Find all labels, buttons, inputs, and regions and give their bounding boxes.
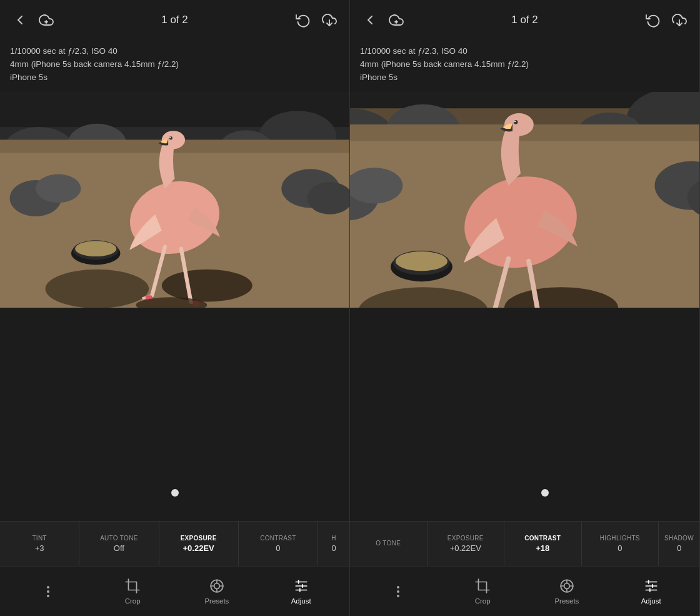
left-metadata: 1/10000 sec at ƒ/2.3, ISO 40 4mm (iPhone… [0, 40, 349, 92]
right-back-button[interactable] [362, 13, 378, 28]
left-adj-h-label: H [331, 535, 336, 542]
right-toolbar: Crop Presets [350, 566, 699, 616]
right-share-button[interactable] [672, 13, 687, 28]
right-counter: 1 of 2 [511, 14, 538, 26]
left-adj-bar: TINT +3 AUTO TONE Off EXPOSURE +0.22EV C… [0, 521, 349, 566]
svg-point-66 [514, 121, 516, 123]
right-header: 1 of 2 [350, 0, 699, 40]
left-meta-line1: 1/10000 sec at ƒ/2.3, ISO 40 [10, 45, 339, 58]
left-adj-exposure-label: EXPOSURE [181, 535, 217, 542]
right-adj-exposure[interactable]: EXPOSURE +0.22EV [428, 522, 505, 566]
right-metadata: 1/10000 sec at ƒ/2.3, ISO 40 4mm (iPhone… [350, 40, 699, 92]
left-adj-contrast-value: 0 [276, 543, 280, 553]
right-crop-label: Crop [475, 597, 491, 605]
svg-point-12 [45, 270, 149, 308]
right-adj-shadow-value: 0 [677, 543, 681, 553]
right-adjust-label: Adjust [641, 597, 661, 605]
left-adj-autotone-label: AUTO TONE [100, 535, 138, 542]
right-adj-shadow-label: SHADOW [664, 535, 694, 542]
left-adj-h[interactable]: H 0 [318, 522, 349, 566]
right-ruler[interactable] [350, 465, 699, 521]
left-toolbar: Crop Presets [0, 566, 349, 616]
left-adj-h-value: 0 [331, 543, 336, 553]
left-counter: 1 of 2 [161, 14, 188, 26]
left-adjust-label: Adjust [291, 597, 311, 605]
right-meta-line3: iPhone 5s [360, 71, 689, 84]
left-crop-button[interactable]: Crop [91, 578, 175, 605]
left-header: 1 of 2 [0, 0, 349, 40]
left-presets-label: Presets [204, 597, 229, 605]
left-adj-contrast[interactable]: CONTRAST 0 [239, 522, 318, 566]
svg-point-19 [169, 136, 172, 139]
svg-point-29 [36, 174, 81, 203]
left-ruler[interactable] [0, 465, 349, 521]
left-adj-autotone[interactable]: AUTO TONE Off [79, 522, 159, 566]
svg-point-16 [75, 241, 116, 256]
left-cloud-add-button[interactable] [39, 13, 54, 28]
left-adj-exposure[interactable]: EXPOSURE +0.22EV [159, 522, 239, 566]
right-photo [350, 92, 699, 308]
left-more-button[interactable] [6, 583, 91, 600]
right-adj-otone-label: O TONE [376, 540, 401, 547]
crop-icon [124, 578, 141, 594]
right-adj-contrast-value: +18 [536, 543, 549, 553]
right-presets-label: Presets [554, 597, 579, 605]
left-adj-tint-value: +3 [35, 543, 44, 553]
left-adjust-button[interactable]: Adjust [259, 578, 343, 605]
left-adj-exposure-value: +0.22EV [183, 543, 214, 553]
left-adj-tint-label: TINT [32, 535, 46, 542]
right-crop-button[interactable]: Crop [441, 578, 525, 605]
left-panel: 1 of 2 1/10000 sec at ƒ/2.3, ISO 40 4mm … [0, 0, 350, 616]
right-undo-button[interactable] [646, 13, 661, 28]
left-presets-button[interactable]: Presets [175, 578, 259, 605]
presets-icon [209, 578, 225, 594]
svg-point-20 [169, 136, 171, 138]
left-undo-button[interactable] [296, 13, 311, 28]
left-meta-line2: 4mm (iPhone 5s back camera 4.15mm ƒ/2.2) [10, 58, 339, 71]
right-adj-exposure-label: EXPOSURE [448, 535, 484, 542]
right-cloud-add-button[interactable] [389, 13, 404, 28]
right-presets-icon [559, 578, 575, 594]
left-photo [0, 92, 349, 308]
right-adj-highlights-label: HIGHLIGHTS [600, 535, 640, 542]
right-adj-contrast[interactable]: CONTRAST +18 [504, 522, 582, 566]
right-adjust-icon [643, 578, 659, 594]
right-panel: 1 of 2 1/10000 sec at ƒ/2.3, ISO 40 4mm … [350, 0, 700, 616]
left-meta-line3: iPhone 5s [10, 71, 339, 84]
right-adj-bar: O TONE EXPOSURE +0.22EV CONTRAST +18 HIG… [350, 521, 699, 566]
left-crop-label: Crop [125, 597, 141, 605]
left-share-button[interactable] [322, 13, 337, 28]
svg-point-62 [396, 251, 448, 271]
right-adj-exposure-value: +0.22EV [450, 543, 481, 553]
right-meta-line1: 1/10000 sec at ƒ/2.3, ISO 40 [360, 45, 689, 58]
svg-point-65 [514, 120, 518, 124]
left-back-button[interactable] [12, 13, 28, 28]
right-adj-highlights[interactable]: HIGHLIGHTS 0 [582, 522, 659, 566]
right-adj-otone[interactable]: O TONE [350, 522, 428, 566]
adjust-icon [293, 578, 309, 594]
svg-point-79 [564, 583, 570, 589]
left-adj-contrast-label: CONTRAST [260, 535, 296, 542]
svg-point-13 [162, 270, 252, 302]
svg-point-33 [214, 583, 220, 589]
left-adj-autotone-value: Off [114, 543, 124, 553]
right-adj-shadow[interactable]: SHADOW 0 [659, 522, 699, 566]
right-meta-line2: 4mm (iPhone 5s back camera 4.15mm ƒ/2.2) [360, 58, 689, 71]
right-presets-button[interactable]: Presets [525, 578, 609, 605]
right-adj-highlights-value: 0 [618, 543, 622, 553]
left-adj-tint[interactable]: TINT +3 [0, 522, 79, 566]
right-crop-icon [474, 578, 491, 594]
right-adj-contrast-label: CONTRAST [524, 535, 561, 542]
right-ruler-handle[interactable] [541, 489, 549, 497]
right-more-button[interactable] [356, 583, 441, 600]
left-ruler-handle[interactable] [171, 489, 179, 497]
right-adjust-button[interactable]: Adjust [609, 578, 693, 605]
